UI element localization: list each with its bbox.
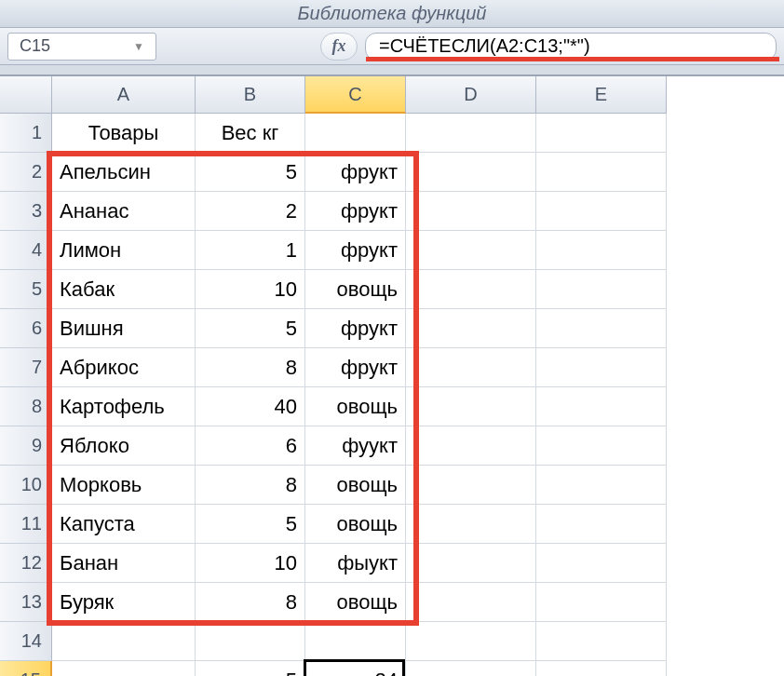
cell-d12[interactable] [406, 544, 536, 583]
cell-a6[interactable]: Вишня [52, 309, 196, 348]
row-header-8[interactable]: 8 [0, 387, 52, 426]
cell-b10[interactable]: 8 [196, 466, 305, 505]
cell-c14[interactable] [305, 622, 406, 661]
cell-e10[interactable] [536, 466, 667, 505]
cell-b2[interactable]: 5 [196, 153, 305, 192]
cell-e4[interactable] [536, 231, 667, 270]
col-header-a[interactable]: A [52, 76, 196, 114]
col-header-c[interactable]: C [305, 76, 406, 114]
cell-c11[interactable]: овощь [305, 505, 406, 544]
cell-a9[interactable]: Яблоко [52, 426, 196, 466]
cell-d6[interactable] [406, 309, 536, 348]
cell-c2[interactable]: фрукт [305, 153, 406, 192]
cell-e12[interactable] [536, 544, 667, 583]
cell-b12[interactable]: 10 [196, 544, 305, 583]
cell-a10[interactable]: Морковь [52, 466, 196, 505]
cell-c5[interactable]: овощь [305, 270, 406, 309]
cell-a2[interactable]: Апельсин [52, 153, 196, 192]
fx-button[interactable]: fx [320, 33, 358, 61]
formula-input[interactable]: =СЧЁТЕСЛИ(А2:С13;"*") [365, 33, 777, 61]
cell-b11[interactable]: 5 [196, 505, 305, 544]
cell-a1[interactable]: Товары [52, 114, 196, 153]
col-header-b[interactable]: B [196, 76, 305, 114]
cell-a3[interactable]: Ананас [52, 192, 196, 231]
cell-a7[interactable]: Абрикос [52, 348, 196, 387]
row-header-4[interactable]: 4 [0, 231, 52, 270]
row-header-3[interactable]: 3 [0, 192, 52, 231]
cell-d9[interactable] [406, 426, 536, 466]
cell-c4[interactable]: фрукт [305, 231, 406, 270]
select-all-corner[interactable] [0, 76, 52, 114]
cell-c9[interactable]: фуукт [305, 426, 406, 466]
cell-d11[interactable] [406, 505, 536, 544]
cell-d8[interactable] [406, 387, 536, 426]
chevron-down-icon[interactable]: ▼ [133, 40, 144, 53]
cell-d4[interactable] [406, 231, 536, 270]
cell-c15[interactable]: 24 [305, 661, 406, 676]
cell-b3[interactable]: 2 [196, 192, 305, 231]
row-header-13[interactable]: 13 [0, 583, 52, 622]
row-header-5[interactable]: 5 [0, 270, 52, 309]
cell-e15[interactable] [536, 661, 667, 676]
cell-a4[interactable]: Лимон [52, 231, 196, 270]
cell-b13[interactable]: 8 [196, 583, 305, 622]
cell-b15[interactable]: 5 [196, 661, 305, 676]
cell-d3[interactable] [406, 192, 536, 231]
cell-d7[interactable] [406, 348, 536, 387]
cell-c13[interactable]: овощь [305, 583, 406, 622]
cell-b5[interactable]: 10 [196, 270, 305, 309]
cell-a8[interactable]: Картофель [52, 387, 196, 426]
spreadsheet-grid[interactable]: ABCDE 123456789101112131415 ТоварыВес кг… [0, 76, 784, 676]
row-header-15[interactable]: 15 [0, 661, 52, 676]
cell-a14[interactable] [52, 622, 196, 661]
cell-a11[interactable]: Капуста [52, 505, 196, 544]
cell-e8[interactable] [536, 387, 667, 426]
cell-b7[interactable]: 8 [196, 348, 305, 387]
cell-c1[interactable] [305, 114, 406, 153]
cell-c6[interactable]: фрукт [305, 309, 406, 348]
row-header-1[interactable]: 1 [0, 114, 52, 153]
cell-a13[interactable]: Буряк [52, 583, 196, 622]
cell-b4[interactable]: 1 [196, 231, 305, 270]
cell-d5[interactable] [406, 270, 536, 309]
row-header-9[interactable]: 9 [0, 426, 52, 466]
cell-e14[interactable] [536, 622, 667, 661]
name-box[interactable]: C15 ▼ [7, 33, 156, 61]
cell-e5[interactable] [536, 270, 667, 309]
cell-b6[interactable]: 5 [196, 309, 305, 348]
cell-d13[interactable] [406, 583, 536, 622]
cell-e3[interactable] [536, 192, 667, 231]
cell-c12[interactable]: фыукт [305, 544, 406, 583]
cell-e2[interactable] [536, 153, 667, 192]
cell-a12[interactable]: Банан [52, 544, 196, 583]
cell-e9[interactable] [536, 426, 667, 466]
cell-c10[interactable]: овощь [305, 466, 406, 505]
cell-e7[interactable] [536, 348, 667, 387]
col-header-e[interactable]: E [536, 76, 667, 114]
row-header-6[interactable]: 6 [0, 309, 52, 348]
cell-e6[interactable] [536, 309, 667, 348]
cell-e13[interactable] [536, 583, 667, 622]
cell-b8[interactable]: 40 [196, 387, 305, 426]
cell-e11[interactable] [536, 505, 667, 544]
cell-d1[interactable] [406, 114, 536, 153]
cell-c8[interactable]: овощь [305, 387, 406, 426]
cell-c7[interactable]: фрукт [305, 348, 406, 387]
cell-a15[interactable] [52, 661, 196, 676]
cell-d2[interactable] [406, 153, 536, 192]
cell-d15[interactable] [406, 661, 536, 676]
cell-d10[interactable] [406, 466, 536, 505]
cell-a5[interactable]: Кабак [52, 270, 196, 309]
row-header-14[interactable]: 14 [0, 622, 52, 661]
cell-b1[interactable]: Вес кг [196, 114, 305, 153]
col-header-d[interactable]: D [406, 76, 536, 114]
row-header-10[interactable]: 10 [0, 466, 52, 505]
cell-b14[interactable] [196, 622, 305, 661]
row-header-7[interactable]: 7 [0, 348, 52, 387]
row-header-12[interactable]: 12 [0, 544, 52, 583]
cell-c3[interactable]: фрукт [305, 192, 406, 231]
row-header-11[interactable]: 11 [0, 505, 52, 544]
row-header-2[interactable]: 2 [0, 153, 52, 192]
cell-b9[interactable]: 6 [196, 426, 305, 466]
cell-d14[interactable] [406, 622, 536, 661]
